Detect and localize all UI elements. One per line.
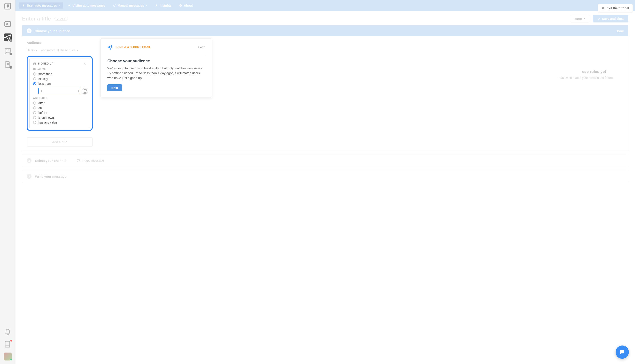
radio-has-any-value[interactable]: has any value [33,120,86,125]
check-icon [597,17,600,20]
step-2-panel[interactable]: 2 Select your channel In-app message [22,154,628,167]
filter-subject-dropdown[interactable]: Users ▼ [27,48,38,52]
radio-icon [33,82,36,85]
svg-rect-4 [5,22,11,26]
svg-text:i: i [180,4,181,6]
step-3-panel[interactable]: 3 Write your message [22,170,628,183]
nav-plus-badge-3: + [10,66,12,69]
filter-clause-dropdown[interactable]: who match all these rules ▼ [41,48,78,52]
more-button[interactable]: More ▼ [571,15,589,22]
more-label: More [574,17,582,20]
user-avatar[interactable] [4,352,12,360]
tutorial-tooltip: SEND A WELCOME EMAIL 2 of 5 Choose your … [101,38,212,97]
top-nav: User auto messages ▼ Visitor auto messag… [16,0,635,11]
notification-dot [10,340,12,342]
absolute-section-label: ABSOLUTE [33,97,86,99]
chevron-down-icon: ▼ [36,50,38,52]
radio-label: exactly [38,77,48,80]
close-icon: ✕ [602,6,604,10]
rule-title: SIGNED UP [38,62,54,65]
nav-chat-icon[interactable]: + [4,47,12,55]
radio-on[interactable]: on [33,106,86,110]
nav-plus-badge: + [10,39,12,42]
radio-label: is unknown [38,116,54,119]
radio-icon [33,116,36,119]
number-stepper[interactable]: ▲▼ [77,90,79,92]
intercom-icon [619,349,625,355]
radio-icon [33,102,36,104]
chevron-down-icon: ▼ [76,50,78,52]
audience-filter-row: Users ▼ who match all these rules ▼ [27,48,93,52]
tab-label: Visitor auto messages [73,4,105,7]
tab-visitor-auto-messages[interactable]: Visitor auto messages [65,2,108,8]
step-label: Choose your audience [35,29,70,33]
nav-send-icon[interactable]: + [4,34,12,42]
radio-icon [33,111,36,114]
radio-label: before [38,111,47,114]
logo-icon[interactable] [4,2,12,10]
step-number: 3 [27,174,32,179]
calendar-icon [33,62,36,65]
tutorial-highlight: SIGNED UP ✕ RELATIVE more than exactly l… [27,56,93,131]
presence-dot [10,359,12,361]
exit-tutorial-label: Exit the tutorial [606,6,629,10]
exit-tutorial-button[interactable]: ✕ Exit the tutorial [598,4,633,12]
paper-plane-icon [113,4,116,7]
tab-about[interactable]: i About [176,2,196,8]
step-number: 1 [27,28,32,33]
info-icon: i [179,4,182,7]
page-header: Enter a title DRAFT More ▼ Save and clos… [16,11,635,24]
radio-label: has any value [38,121,57,124]
chevron-down-icon: ▼ [145,4,147,6]
tab-user-auto-messages[interactable]: User auto messages ▼ [19,2,63,8]
nav-bell-icon[interactable] [4,328,12,336]
rule-card: SIGNED UP ✕ RELATIVE more than exactly l… [29,58,90,128]
radio-less-than[interactable]: less than [33,81,86,86]
relative-section-label: RELATIVE [33,68,86,70]
nav-people-icon[interactable] [4,20,12,28]
close-icon[interactable]: ✕ [84,62,86,66]
radio-more-than[interactable]: more than [33,72,86,76]
radio-label: on [38,106,42,110]
radio-icon [33,121,36,124]
radio-before[interactable]: before [33,110,86,115]
svg-rect-12 [34,63,36,65]
nav-doc-icon[interactable]: + [4,60,12,68]
step-1-header: 1 Choose your audience Done [22,25,628,36]
save-label: Save and close [602,17,624,20]
days-input[interactable] [38,88,80,94]
svg-rect-9 [156,6,156,6]
lightning-icon [68,4,71,7]
channel-value: In-app message [82,159,104,162]
tab-label: About [184,4,193,7]
unit-label: day ago [82,88,88,94]
radio-exactly[interactable]: exactly [33,76,86,81]
nav-help-icon[interactable] [4,340,12,348]
speech-bubble-icon [77,159,80,162]
chevron-down-icon: ▼ [584,18,586,20]
done-button[interactable]: Done [615,29,624,33]
save-and-close-button[interactable]: Save and close [593,15,628,22]
radio-label: less than [38,82,51,86]
nav-plus-badge-2: + [10,53,12,55]
svg-point-8 [156,4,157,6]
audience-section-label: Audience [27,41,93,44]
intercom-launcher[interactable] [615,346,629,359]
tab-label: Insights [160,4,171,7]
step-label: Write your message [35,174,66,178]
title-input[interactable]: Enter a title [22,16,51,22]
add-rule-button[interactable]: Add a rule [27,138,93,147]
lightning-icon [22,4,25,7]
bulb-icon [155,4,158,7]
empty-state-subtitle: hose who match your rules in the future [559,76,613,80]
tab-insights[interactable]: Insights [152,2,175,8]
empty-state-title: ese rules yet [582,69,606,74]
radio-label: after [38,101,45,105]
tab-manual-messages[interactable]: Manual messages ▼ [110,2,150,8]
svg-point-5 [6,23,7,24]
tooltip-step-counter: 2 of 5 [198,46,205,49]
radio-icon [33,77,36,80]
radio-after[interactable]: after [33,101,86,106]
next-button[interactable]: Next [107,84,122,92]
radio-is-unknown[interactable]: is unknown [33,115,86,120]
